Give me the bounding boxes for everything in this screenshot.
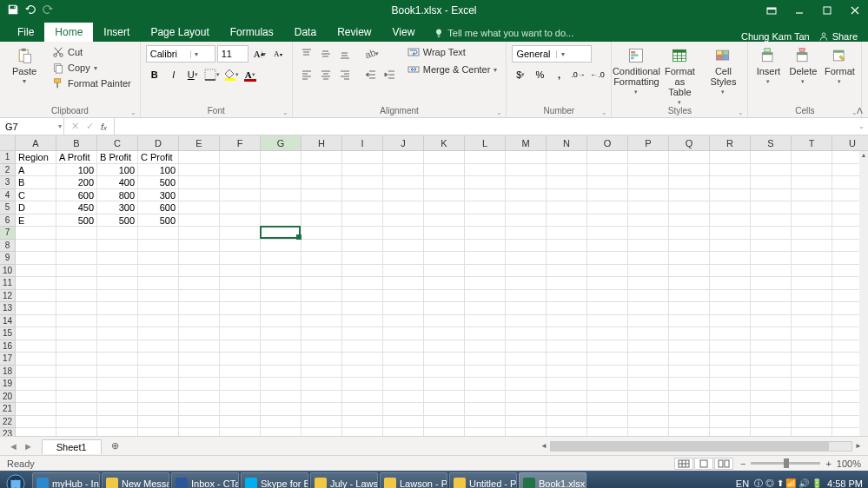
cell[interactable] [424, 252, 465, 265]
cell[interactable] [16, 302, 56, 315]
cell[interactable] [587, 252, 628, 265]
cell[interactable] [669, 428, 710, 436]
cell[interactable] [56, 416, 97, 429]
row-header[interactable]: 19 [0, 378, 16, 391]
align-top-icon[interactable] [298, 45, 315, 63]
cell[interactable] [547, 227, 587, 240]
font-color-button[interactable]: A▾ [242, 66, 259, 83]
cell[interactable] [301, 353, 342, 366]
insert-cells-button[interactable]: Insert▾ [753, 45, 783, 87]
cell[interactable] [506, 416, 547, 429]
cell[interactable]: 100 [97, 164, 138, 177]
cell[interactable] [261, 315, 301, 328]
cell[interactable] [628, 416, 669, 429]
cell[interactable] [710, 391, 751, 404]
cell[interactable] [710, 252, 751, 265]
cell[interactable] [751, 428, 792, 436]
cell[interactable] [383, 366, 424, 379]
cell[interactable] [261, 340, 301, 353]
cell[interactable] [261, 353, 301, 366]
cell[interactable] [179, 353, 220, 366]
cell[interactable] [16, 353, 56, 366]
cell[interactable] [751, 416, 792, 429]
cell[interactable] [628, 290, 669, 303]
cell[interactable] [465, 214, 506, 228]
cell[interactable] [220, 164, 261, 177]
cell[interactable] [97, 277, 138, 290]
align-left-icon[interactable] [298, 66, 315, 83]
cell[interactable] [792, 428, 832, 436]
cell[interactable] [261, 416, 301, 429]
cell[interactable] [506, 151, 547, 164]
cell[interactable] [179, 428, 220, 436]
cell[interactable] [465, 428, 506, 436]
redo-icon[interactable] [42, 3, 54, 17]
format-painter-button[interactable]: Format Painter [49, 76, 135, 90]
cell[interactable] [628, 189, 669, 202]
cell[interactable] [301, 327, 342, 340]
cell[interactable] [383, 403, 424, 416]
cell[interactable] [669, 265, 710, 278]
cell[interactable] [342, 240, 383, 253]
cell[interactable] [220, 214, 261, 228]
cell[interactable] [751, 403, 792, 416]
cell[interactable] [342, 214, 383, 228]
row-header[interactable]: 10 [0, 265, 16, 278]
cell[interactable] [669, 252, 710, 265]
zoom-out-button[interactable]: − [740, 458, 745, 469]
cell[interactable] [383, 353, 424, 366]
cell[interactable] [465, 164, 506, 177]
new-sheet-button[interactable]: ⊕ [107, 438, 124, 455]
increase-font-icon[interactable]: A▴ [250, 45, 268, 63]
cell[interactable] [179, 201, 220, 214]
cell[interactable] [97, 265, 138, 278]
cell[interactable] [792, 265, 832, 278]
cell[interactable] [179, 340, 220, 353]
cell[interactable] [587, 151, 628, 164]
cell[interactable] [751, 240, 792, 253]
cell[interactable] [628, 214, 669, 228]
cell[interactable] [628, 151, 669, 164]
cell[interactable] [465, 201, 506, 214]
align-center-icon[interactable] [317, 66, 335, 83]
tell-me[interactable]: Tell me what you want to do... [425, 24, 582, 42]
cell[interactable]: 300 [97, 201, 138, 214]
cell[interactable] [669, 201, 710, 214]
taskbar-item[interactable]: Skype for B... [241, 472, 308, 488]
zoom-slider[interactable] [751, 462, 820, 465]
cell[interactable] [506, 265, 547, 278]
cell[interactable] [342, 340, 383, 353]
cell[interactable]: C [16, 189, 56, 202]
cell[interactable] [792, 416, 832, 429]
cell[interactable] [547, 189, 587, 202]
cell[interactable] [16, 315, 56, 328]
cell[interactable] [179, 378, 220, 391]
cell[interactable] [56, 378, 97, 391]
cell[interactable] [179, 366, 220, 379]
name-box[interactable]: G7▾ [0, 118, 64, 135]
cell[interactable] [506, 315, 547, 328]
cell[interactable] [342, 378, 383, 391]
cell[interactable] [56, 340, 97, 353]
cell[interactable] [547, 353, 587, 366]
cell[interactable] [506, 290, 547, 303]
cell[interactable] [261, 252, 301, 265]
share-button[interactable]: Share [818, 31, 858, 42]
cell[interactable] [179, 151, 220, 164]
cell[interactable]: 500 [56, 214, 97, 228]
cell[interactable] [587, 416, 628, 429]
cell[interactable] [179, 240, 220, 253]
cell[interactable] [628, 378, 669, 391]
cell[interactable] [587, 391, 628, 404]
cell[interactable] [547, 428, 587, 436]
increase-indent-icon[interactable] [381, 66, 399, 83]
cell[interactable] [792, 252, 832, 265]
cell[interactable] [628, 265, 669, 278]
cell[interactable] [710, 353, 751, 366]
cell[interactable] [628, 315, 669, 328]
column-header[interactable]: L [465, 135, 506, 151]
cell[interactable] [465, 176, 506, 189]
cell[interactable] [383, 176, 424, 189]
cell[interactable] [751, 277, 792, 290]
cell[interactable] [587, 290, 628, 303]
